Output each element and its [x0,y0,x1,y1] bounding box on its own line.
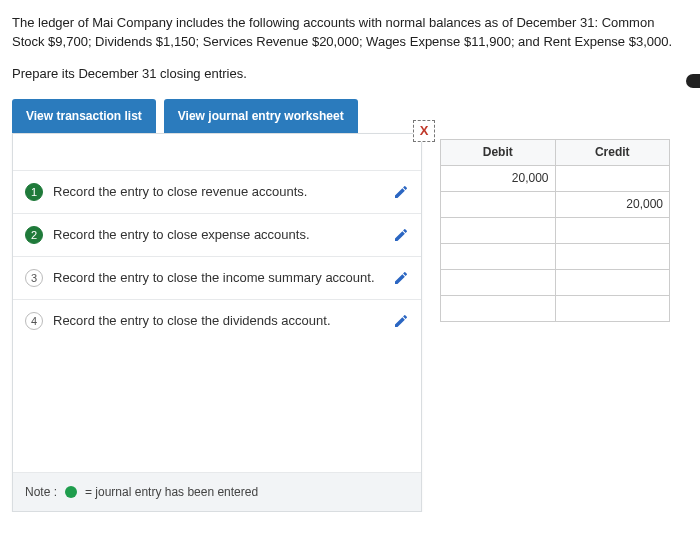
entry-row[interactable]: 2 Record the entry to close expense acco… [13,213,421,256]
note-text: = journal entry has been entered [85,485,258,499]
entered-dot-icon [65,486,77,498]
entry-number-badge: 1 [25,183,43,201]
table-row[interactable] [441,243,670,269]
tab-transaction-list[interactable]: View transaction list [12,99,156,133]
entry-number-badge: 4 [25,312,43,330]
tab-bar: View transaction list View journal entry… [0,99,700,133]
entry-text: Record the entry to close the dividends … [53,313,383,328]
debit-credit-table: Debit Credit 20,000 20,000 [440,139,670,322]
problem-instruction: Prepare its December 31 closing entries. [0,56,700,99]
pencil-icon[interactable] [393,270,409,286]
table-row[interactable] [441,269,670,295]
note-legend: Note : = journal entry has been entered [13,472,421,511]
pencil-icon[interactable] [393,313,409,329]
pencil-icon[interactable] [393,184,409,200]
debit-cell[interactable] [441,191,556,217]
credit-cell[interactable] [555,243,670,269]
credit-cell[interactable]: 20,000 [555,191,670,217]
help-icon[interactable] [686,74,700,88]
entry-row[interactable]: 3 Record the entry to close the income s… [13,256,421,299]
entry-row[interactable]: 4 Record the entry to close the dividend… [13,299,421,342]
debit-cell[interactable] [441,269,556,295]
note-label: Note : [25,485,57,499]
tab-journal-worksheet[interactable]: View journal entry worksheet [164,99,358,133]
entry-text: Record the entry to close the income sum… [53,270,383,285]
entries-panel: X 1 Record the entry to close revenue ac… [12,133,422,512]
table-row[interactable] [441,295,670,321]
credit-cell[interactable] [555,295,670,321]
debit-cell[interactable] [441,243,556,269]
credit-cell[interactable] [555,217,670,243]
col-header-credit: Credit [555,139,670,165]
pencil-icon[interactable] [393,227,409,243]
entry-number-badge: 3 [25,269,43,287]
problem-intro: The ledger of Mai Company includes the f… [0,0,700,56]
entry-number-badge: 2 [25,226,43,244]
entry-text: Record the entry to close revenue accoun… [53,184,383,199]
entry-row[interactable]: 1 Record the entry to close revenue acco… [13,170,421,213]
credit-cell[interactable] [555,269,670,295]
table-row[interactable]: 20,000 [441,191,670,217]
credit-cell[interactable] [555,165,670,191]
entry-text: Record the entry to close expense accoun… [53,227,383,242]
debit-cell[interactable] [441,217,556,243]
table-row[interactable]: 20,000 [441,165,670,191]
col-header-debit: Debit [441,139,556,165]
close-icon[interactable]: X [413,120,435,142]
debit-cell[interactable]: 20,000 [441,165,556,191]
debit-cell[interactable] [441,295,556,321]
table-row[interactable] [441,217,670,243]
